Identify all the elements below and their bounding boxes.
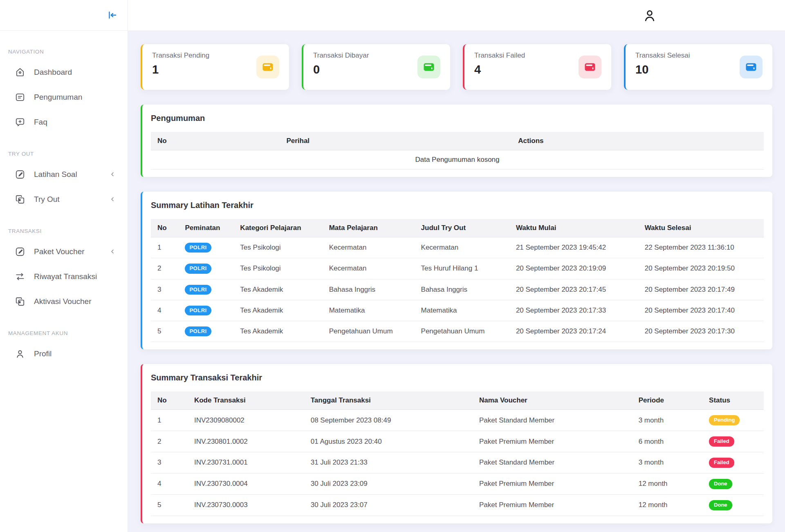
- dashboard-app: NAVIGATION Dashboard Pengumuman Faq TRY …: [0, 0, 785, 532]
- column-header: Waktu Selesai: [638, 219, 764, 237]
- stat-value: 4: [474, 63, 525, 76]
- cell-periode: 3 month: [632, 410, 702, 431]
- stat-info: Transaksi Failed 4: [474, 51, 525, 83]
- wallet-icon-glyph: [584, 61, 596, 73]
- chevron-left-icon: [109, 171, 116, 178]
- cell-judul: Tes Huruf Hilang 1: [415, 258, 509, 279]
- column-header: Periode: [632, 391, 702, 410]
- peminatan-badge: POLRI: [185, 243, 211, 253]
- table-row: 1 INV2309080002 08 September 2023 08:49 …: [151, 410, 764, 431]
- pengumuman-table: No Perihal Actions Data Pengumuman koson…: [151, 132, 764, 170]
- column-header: Actions: [396, 132, 666, 150]
- cell-kategori: Tes Psikologi: [233, 258, 322, 279]
- collapse-sidebar-icon[interactable]: [107, 10, 118, 20]
- stat-card-transaksi-dibayar: Transaksi Dibayar 0: [302, 44, 450, 90]
- stat-info: Transaksi Selesai 10: [635, 51, 690, 83]
- cell-nama-voucher: Paket Premium Member: [473, 494, 632, 516]
- cell-nama-voucher: Paket Premium Member: [473, 473, 632, 494]
- column-header-filler: [666, 132, 764, 150]
- cell-waktu-mulai: 20 September 2023 20:17:45: [509, 279, 638, 300]
- wallet-icon: [256, 56, 279, 78]
- sidebar-item-faq[interactable]: Faq: [0, 110, 128, 134]
- table-header-row: No Perihal Actions: [151, 132, 764, 150]
- stat-card-row: Transaksi Pending 1 Transaksi Dibayar 0: [141, 44, 772, 90]
- nav-section-label: NAVIGATION: [8, 49, 119, 55]
- sidebar: NAVIGATION Dashboard Pengumuman Faq TRY …: [0, 0, 128, 532]
- sidebar-item-profil[interactable]: Profil: [0, 341, 128, 366]
- status-badge: Done: [709, 500, 732, 510]
- cell-nama-voucher: Paket Standard Member: [473, 410, 632, 431]
- cell-nama-voucher: Paket Standard Member: [473, 452, 632, 474]
- sidebar-item-label: Paket Voucher: [34, 247, 85, 256]
- cell-no: 5: [151, 321, 178, 342]
- table-row: 5 POLRI Tes Akademik Pengetahuan Umum Pe…: [151, 321, 764, 342]
- sidebar-item-riwayat-transaksi[interactable]: Riwayat Transaksi: [0, 264, 128, 289]
- table-row: 3 POLRI Tes Akademik Bahasa Inggris Baha…: [151, 279, 764, 300]
- table-row: 3 INV.230731.0001 31 Juli 2023 21:33 Pak…: [151, 452, 764, 474]
- wallet-icon: [579, 56, 601, 78]
- cell-waktu-selesai: 20 September 2023 20:17:40: [638, 300, 764, 321]
- faq-icon: [14, 116, 25, 127]
- cell-periode: 12 month: [632, 473, 702, 494]
- cell-mata: Kecermatan: [323, 258, 415, 279]
- stat-info: Transaksi Dibayar 0: [313, 51, 369, 83]
- column-header: Tanggal Transaksi: [304, 391, 473, 410]
- cell-waktu-selesai: 22 September 2023 11:36:10: [638, 237, 764, 258]
- summary-transaksi-card: Summary Transaksi Terakhir No Kode Trans…: [141, 364, 772, 523]
- main-area: Transaksi Pending 1 Transaksi Dibayar 0: [128, 0, 785, 532]
- sidebar-item-dashboard[interactable]: Dashboard: [0, 60, 128, 85]
- cell-kategori: Tes Akademik: [233, 279, 322, 300]
- cell-status: Done: [702, 494, 764, 516]
- nav-section-label: MANAGEMENT AKUN: [8, 330, 119, 336]
- cell-no: 1: [151, 410, 188, 431]
- empty-state-text: Data Pengumuman kosong: [151, 150, 764, 170]
- table-row: 1 POLRI Tes Psikologi Kecermatan Kecerma…: [151, 237, 764, 258]
- sidebar-item-label: Dashboard: [34, 68, 72, 77]
- cell-kategori: Tes Akademik: [233, 321, 322, 342]
- cell-tanggal: 30 Juli 2023 23:09: [304, 473, 473, 494]
- stat-label: Transaksi Failed: [474, 51, 525, 60]
- nav-section-label: TRANSAKSI: [8, 228, 119, 234]
- wallet-icon-glyph: [745, 61, 757, 73]
- pengumuman-card: Pengumuman No Perihal Actions Data Pe: [141, 105, 772, 177]
- cell-waktu-mulai: 20 September 2023 20:19:09: [509, 258, 638, 279]
- user-menu-icon[interactable]: [642, 8, 657, 23]
- cell-waktu-selesai: 20 September 2023 20:19:50: [638, 258, 764, 279]
- sidebar-item-paket-voucher[interactable]: Paket Voucher: [0, 239, 128, 264]
- cell-judul: Matematika: [415, 300, 509, 321]
- wallet-icon-glyph: [262, 61, 274, 73]
- transfer-icon: [14, 271, 25, 282]
- cell-no: 2: [151, 431, 188, 452]
- card-title: Pengumuman: [142, 105, 772, 123]
- edit-icon: [14, 169, 25, 180]
- sidebar-item-aktivasi-voucher[interactable]: Aktivasi Voucher: [0, 289, 128, 314]
- table-row: 5 INV.230730.0003 30 Juli 2023 23:07 Pak…: [151, 494, 764, 516]
- summary-transaksi-table: No Kode Transaksi Tanggal Transaksi Nama…: [151, 391, 764, 516]
- announcement-icon: [14, 92, 25, 103]
- sidebar-item-pengumuman[interactable]: Pengumuman: [0, 85, 128, 110]
- chevron-left-icon: [109, 196, 116, 203]
- status-badge: Failed: [709, 458, 734, 468]
- cell-no: 2: [151, 258, 178, 279]
- table-row: 2 INV.230801.0002 01 Agustus 2023 20:40 …: [151, 431, 764, 452]
- cell-mata: Kecermatan: [323, 237, 415, 258]
- column-header: No: [151, 219, 178, 237]
- peminatan-badge: POLRI: [185, 306, 211, 315]
- sidebar-item-try-out[interactable]: Try Out: [0, 187, 128, 212]
- cell-waktu-selesai: 20 September 2023 20:17:30: [638, 321, 764, 342]
- cell-kode-transaksi: INV.230731.0001: [188, 452, 304, 474]
- cell-peminatan: POLRI: [178, 258, 233, 279]
- cell-kode-transaksi: INV.230801.0002: [188, 431, 304, 452]
- cell-peminatan: POLRI: [178, 321, 233, 342]
- cell-kategori: Tes Psikologi: [233, 237, 322, 258]
- cell-tanggal: 08 September 2023 08:49: [304, 410, 473, 431]
- column-header: Nama Voucher: [473, 391, 632, 410]
- sidebar-item-label: Profil: [34, 349, 52, 358]
- column-header: Kategori Pelajaran: [233, 219, 322, 237]
- cell-periode: 12 month: [632, 494, 702, 516]
- cell-peminatan: POLRI: [178, 300, 233, 321]
- cell-waktu-mulai: 20 September 2023 20:17:33: [509, 300, 638, 321]
- sidebar-item-latihan-soal[interactable]: Latihan Soal: [0, 162, 128, 187]
- table-row: 4 POLRI Tes Akademik Matematika Matemati…: [151, 300, 764, 321]
- cell-kode-transaksi: INV2309080002: [188, 410, 304, 431]
